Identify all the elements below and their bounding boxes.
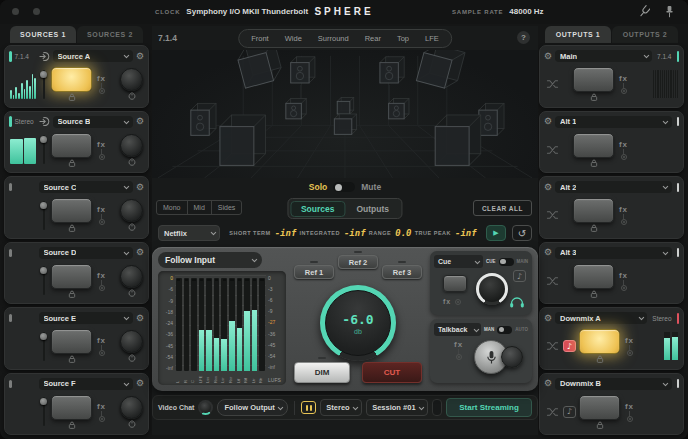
fx-label[interactable]: fx	[619, 74, 628, 83]
tab-outputs-1[interactable]: OUTPUTS 1	[545, 26, 611, 43]
music-note-icon[interactable]: ♪	[563, 406, 576, 418]
lock-icon[interactable]	[68, 355, 76, 363]
insert-icon[interactable]	[455, 299, 461, 305]
solo-mute-toggle[interactable]	[333, 182, 355, 192]
source-fader[interactable]	[39, 200, 48, 231]
fx-label[interactable]: fx	[619, 271, 628, 280]
speaker-group-button[interactable]: Front	[243, 31, 277, 46]
source-select[interactable]: Source E	[39, 312, 133, 324]
insert-icon[interactable]	[99, 219, 105, 225]
insert-icon[interactable]	[621, 88, 627, 94]
session-select[interactable]: Session #01	[366, 399, 428, 416]
lock-icon[interactable]	[596, 421, 604, 429]
monitor-enable-button[interactable]	[573, 133, 614, 158]
gear-icon[interactable]: ⚙	[136, 183, 144, 192]
help-button[interactable]: ?	[517, 31, 530, 44]
monitor-enable-button[interactable]	[51, 264, 92, 289]
ref-2-button[interactable]: Ref 2	[338, 255, 378, 269]
lock-icon[interactable]	[68, 224, 76, 232]
lock-icon[interactable]	[590, 93, 598, 101]
gear-icon[interactable]: ⚙	[544, 52, 552, 61]
cue-select[interactable]: Cue	[434, 255, 483, 268]
crossfeed-icon[interactable]	[546, 341, 559, 351]
fx-label[interactable]: fx	[97, 336, 106, 345]
channel-mode-button[interactable]: Mono	[157, 201, 188, 214]
lock-icon[interactable]	[68, 93, 76, 101]
insert-icon[interactable]	[99, 350, 105, 356]
insert-icon[interactable]	[627, 416, 633, 422]
channel-mode-button[interactable]: Sides	[212, 201, 242, 214]
source-fader[interactable]	[39, 265, 48, 296]
power-icon[interactable]	[128, 92, 136, 100]
power-icon[interactable]	[128, 223, 136, 231]
insert-icon[interactable]	[99, 416, 105, 422]
crossfeed-icon[interactable]	[546, 145, 559, 155]
tuning-fork-icon[interactable]	[639, 5, 650, 18]
headphones-icon[interactable]	[509, 297, 525, 308]
input-routing-icon[interactable]	[39, 116, 50, 127]
lock-icon[interactable]	[590, 290, 598, 298]
insert-icon[interactable]	[621, 219, 627, 225]
insert-icon[interactable]	[99, 88, 105, 94]
speaker-group-button[interactable]: Top	[389, 31, 417, 46]
source-level-knob[interactable]	[120, 330, 143, 353]
source-level-knob[interactable]	[120, 199, 143, 222]
gear-icon[interactable]: ⚙	[136, 117, 144, 126]
fx-label[interactable]: fx	[97, 402, 106, 411]
talkback-level-knob[interactable]	[501, 346, 523, 368]
monitor-enable-button[interactable]	[579, 329, 620, 354]
insert-icon[interactable]	[627, 350, 633, 356]
window-controls[interactable]	[12, 8, 40, 15]
source-select[interactable]: Source D	[39, 247, 133, 259]
window-dot-icon[interactable]	[33, 8, 40, 15]
ref-3-button[interactable]: Ref 3	[382, 265, 422, 279]
crossfeed-icon[interactable]	[546, 276, 559, 286]
speaker-group-button[interactable]: LFE	[417, 31, 447, 46]
fx-label[interactable]: fx	[97, 140, 106, 149]
tab-outputs-view[interactable]: Outputs	[345, 201, 400, 217]
monitor-enable-button[interactable]	[573, 67, 614, 92]
crossfeed-icon[interactable]	[546, 210, 559, 220]
fader-thumb[interactable]	[40, 398, 47, 405]
speaker-group-button[interactable]: Wide	[277, 31, 310, 46]
monitor-enable-button[interactable]	[579, 395, 620, 420]
lock-icon[interactable]	[68, 159, 76, 167]
monitor-enable-button[interactable]	[51, 67, 92, 92]
music-note-icon[interactable]: ♪	[563, 340, 576, 352]
cut-button[interactable]: CUT	[362, 362, 422, 383]
lock-icon[interactable]	[68, 421, 76, 429]
fx-label[interactable]: fx	[97, 205, 106, 214]
insert-icon[interactable]	[99, 285, 105, 291]
cue-level-knob[interactable]	[476, 273, 508, 305]
ref-1-button[interactable]: Ref 1	[294, 265, 334, 279]
speaker-group-button[interactable]: Surround	[310, 31, 357, 46]
tab-sources-2[interactable]: SOURCES 2	[77, 26, 143, 43]
channel-mode-button[interactable]: Mid	[188, 201, 212, 214]
output-select[interactable]: Alt 3	[555, 247, 671, 259]
source-select[interactable]: Source B	[53, 116, 133, 128]
fader-thumb[interactable]	[40, 71, 47, 78]
insert-icon[interactable]	[99, 154, 105, 160]
tab-sources-view[interactable]: Sources	[290, 201, 346, 217]
stream-channel-mode-select[interactable]: Stereo	[320, 399, 362, 416]
gear-icon[interactable]: ⚙	[136, 379, 144, 388]
monitor-enable-button[interactable]	[51, 133, 92, 158]
gear-icon[interactable]: ⚙	[136, 248, 144, 257]
gear-icon[interactable]: ⚙	[544, 248, 552, 257]
insert-icon[interactable]	[456, 354, 462, 360]
start-streaming-button[interactable]: Start Streaming	[446, 398, 532, 417]
output-select[interactable]: Alt 1	[555, 116, 671, 128]
fader-thumb[interactable]	[40, 267, 47, 274]
window-dot-icon[interactable]	[12, 8, 19, 15]
fx-label[interactable]: fx	[443, 298, 451, 305]
pin-icon[interactable]	[665, 5, 674, 18]
power-icon[interactable]	[128, 420, 136, 428]
fx-label[interactable]: fx	[97, 74, 106, 83]
source-fader[interactable]	[39, 134, 48, 165]
video-chat-level-knob[interactable]	[198, 400, 213, 415]
fader-thumb[interactable]	[40, 333, 47, 340]
fx-label[interactable]: fx	[619, 205, 628, 214]
monitor-volume-knob[interactable]: -6.0 db	[320, 285, 396, 361]
lock-icon[interactable]	[596, 355, 604, 363]
lock-icon[interactable]	[590, 159, 598, 167]
